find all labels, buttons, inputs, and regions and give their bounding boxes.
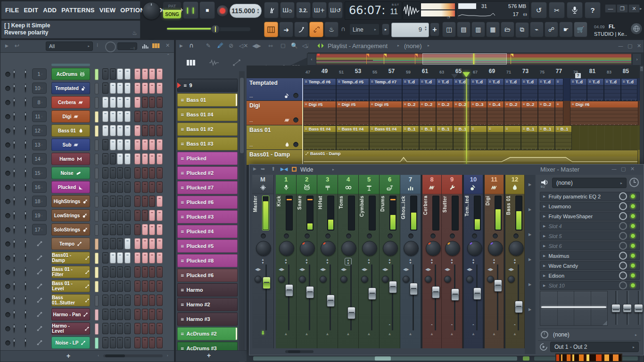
channel-pan-knob[interactable] <box>14 112 15 121</box>
step-cell[interactable] <box>157 125 163 136</box>
step-cell[interactable] <box>102 210 108 221</box>
step-cell[interactable] <box>157 238 163 249</box>
channel-mute-led[interactable] <box>5 86 10 91</box>
channel-button[interactable]: Harmo - Pan <box>51 308 90 321</box>
pattern-clip[interactable]: ≡T..d <box>538 78 555 101</box>
step-cell[interactable] <box>102 224 108 235</box>
channel-button[interactable]: Temptated <box>51 82 90 94</box>
channel-button[interactable]: Digi <box>51 110 90 123</box>
pattern-clip[interactable]: ≡ <box>504 125 521 150</box>
track-header[interactable]: Bass 01 ... <box>247 125 302 150</box>
step-cell[interactable] <box>134 125 140 136</box>
pianoroll-toggle-button[interactable]: ▤ <box>457 22 471 37</box>
app-restore-button[interactable]: ❐ <box>617 4 628 13</box>
step-cell[interactable] <box>142 111 148 122</box>
menu-item-add[interactable]: ADD <box>43 7 57 14</box>
strip-fader-thumb[interactable] <box>473 288 481 300</box>
step-cell[interactable] <box>149 266 155 278</box>
strip-enable-led[interactable] <box>513 233 519 239</box>
step-cell[interactable] <box>134 295 140 306</box>
pattern-item[interactable]: ≡9 <box>177 79 238 92</box>
mixer-strip-cymbals[interactable]: 5 Cymbals ▲▼ ◀▶ ▲ <box>359 175 380 348</box>
rack-filter-selector[interactable]: All▸ <box>46 41 93 51</box>
strip-fader-track[interactable] <box>518 264 519 330</box>
menu-item-patterns[interactable]: PATTERNS <box>61 7 95 14</box>
pattern-item[interactable]: ≡Plucked #6 <box>177 196 238 209</box>
step-cell[interactable] <box>142 295 148 306</box>
pattern-clip[interactable]: ≡T..d <box>419 78 436 101</box>
step-cell[interactable] <box>110 266 116 278</box>
channel-mute-led[interactable] <box>5 213 10 218</box>
step-cell[interactable] <box>110 280 116 292</box>
fx-enable-led[interactable] <box>630 223 636 229</box>
app-close-button[interactable]: ✕ <box>628 4 640 13</box>
channel-button[interactable]: Tempo <box>51 238 90 250</box>
channel-number[interactable]: 8‹ <box>32 97 47 108</box>
fx-preset-selector[interactable]: (none)▸ <box>552 178 627 188</box>
channel-mute-led[interactable] <box>5 199 10 204</box>
pattern-clip[interactable]: ≡T..d <box>504 78 521 101</box>
fx-slot[interactable]: ▶ Wave Candy <box>540 261 640 270</box>
step-cell[interactable] <box>117 82 123 94</box>
step-cell[interactable] <box>142 238 148 249</box>
blend-recording-button[interactable]: Ш+ <box>312 2 327 18</box>
step-cell[interactable] <box>157 68 163 80</box>
globe-icon[interactable] <box>630 23 643 35</box>
step-cell[interactable] <box>102 181 108 193</box>
strip-enable-led[interactable] <box>408 233 413 239</box>
pattern-clip[interactable]: ≡D..2 <box>538 101 555 125</box>
step-cell[interactable] <box>134 337 140 348</box>
step-cell[interactable] <box>124 181 131 193</box>
channel-pan-knob[interactable] <box>14 225 15 234</box>
channel-number[interactable]: 11‹ <box>32 111 47 122</box>
step-cell[interactable] <box>110 252 116 263</box>
channel-number[interactable]: 14‹ <box>32 153 47 165</box>
time-display[interactable]: 66:07: 11 B:S:T <box>345 1 402 20</box>
step-cell[interactable] <box>124 167 131 179</box>
channel-button[interactable]: Plucked <box>51 181 90 193</box>
fx-enable-led[interactable] <box>630 273 636 278</box>
step-cell[interactable] <box>134 266 140 278</box>
fx-enable-led[interactable] <box>630 243 636 248</box>
strip-updown-arrows[interactable]: ▲▼ <box>380 258 400 264</box>
strip-route-arrow[interactable]: ⬇ <box>252 330 273 336</box>
strip-updown-arrows[interactable]: ▲▼ <box>400 258 421 264</box>
strip-fader-track[interactable] <box>350 264 352 330</box>
picker-audition-headphone-icon[interactable]: ∩ <box>189 42 194 49</box>
strip-fader-track[interactable] <box>454 264 455 330</box>
strip-route-arrow[interactable]: ▲ <box>505 332 524 336</box>
strip-fader-thumb[interactable] <box>432 286 440 298</box>
strip-route-arrow[interactable]: ▲ <box>422 332 441 336</box>
channel-pan-knob[interactable] <box>14 168 15 177</box>
step-cell[interactable] <box>157 323 163 334</box>
channel-mute-led[interactable] <box>5 340 10 346</box>
strip-fader-thumb[interactable] <box>327 295 335 307</box>
rack-swing-knob[interactable] <box>105 41 116 52</box>
strip-pan-knob[interactable] <box>509 241 524 256</box>
menu-item-view[interactable]: VIEW <box>99 7 116 14</box>
channel-selector-indicator[interactable] <box>95 281 99 292</box>
step-cell[interactable] <box>157 97 163 108</box>
channel-pan-knob[interactable] <box>14 239 15 248</box>
main-volume-knob[interactable] <box>142 2 160 20</box>
main-volume-slider[interactable] <box>166 27 251 32</box>
step-cell[interactable] <box>142 309 148 320</box>
picker-scrollbar[interactable] <box>239 71 245 362</box>
step-cell[interactable] <box>157 196 163 207</box>
cpu-panel[interactable]: 31 576 MB 17 ◖◗ <box>456 1 529 20</box>
channel-mute-led[interactable] <box>5 270 10 275</box>
step-cell[interactable] <box>124 97 131 108</box>
channel-mute-led[interactable] <box>5 284 10 289</box>
strip-leftright-arrows[interactable]: ◀▶ <box>341 267 347 272</box>
step-cell[interactable] <box>102 196 108 207</box>
rack-scroll-right-icon[interactable]: › <box>167 354 168 358</box>
channel-selector-indicator[interactable] <box>95 323 99 335</box>
channel-mute-led[interactable] <box>5 312 10 317</box>
step-cell[interactable] <box>149 167 155 179</box>
strip-fader-thumb[interactable] <box>347 307 355 319</box>
step-cell[interactable] <box>124 196 131 207</box>
channel-button[interactable]: Noise <box>51 167 90 179</box>
strip-route-arrow[interactable]: ▲ <box>338 332 358 336</box>
pattern-clip[interactable]: ≡ <box>555 78 563 101</box>
pattern-clip[interactable]: ≡T..d <box>621 78 637 101</box>
